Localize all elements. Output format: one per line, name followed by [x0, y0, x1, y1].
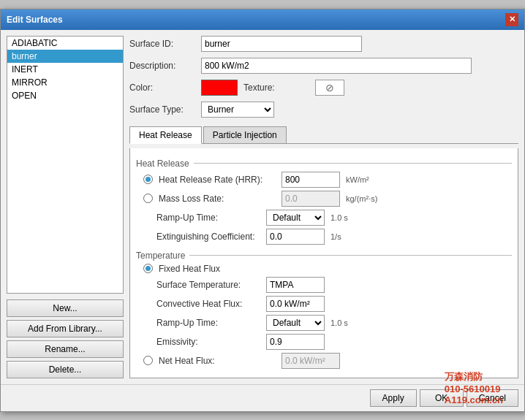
list-item[interactable]: OPEN — [7, 89, 123, 102]
ok-button[interactable]: OK — [420, 389, 464, 407]
hrr-radio[interactable] — [143, 175, 153, 184]
hrr-label: Heat Release Rate (HRR): — [159, 175, 276, 185]
heat-release-section-header: Heat Release — [136, 159, 512, 169]
ramp-up-time: 1.0 s — [331, 213, 348, 222]
color-picker[interactable] — [201, 80, 238, 96]
temp-ramp-up-time: 1.0 s — [331, 318, 348, 327]
ramp-up-row: Ramp-Up Time: Default 1.0 s — [136, 210, 512, 226]
ext-coeff-label: Extinguishing Coefficient: — [143, 232, 260, 242]
texture-label: Texture: — [243, 83, 309, 93]
list-item[interactable]: ADIABATIC — [7, 37, 123, 50]
section-divider — [194, 163, 512, 164]
net-heat-flux-radio[interactable] — [143, 356, 153, 365]
apply-button[interactable]: Apply — [370, 389, 417, 407]
dialog-body: ADIABATIC burner INERT MIRROR OPEN New..… — [1, 30, 524, 384]
net-heat-flux-input[interactable] — [282, 353, 340, 369]
temp-section-divider — [189, 255, 512, 256]
surface-temp-row: Surface Temperature: — [136, 277, 512, 293]
add-from-library-button[interactable]: Add From Library... — [7, 320, 124, 337]
mlr-unit: kg/(m²·s) — [346, 194, 377, 203]
dialog-title: Edit Surfaces — [7, 15, 63, 25]
tab-heat-release[interactable]: Heat Release — [129, 126, 202, 144]
hrr-unit: kW/m² — [346, 175, 369, 184]
description-label: Description: — [129, 61, 195, 71]
hrr-input[interactable] — [282, 172, 340, 188]
close-button[interactable]: ✕ — [505, 13, 518, 26]
ext-coeff-input[interactable] — [266, 229, 325, 245]
mlr-radio[interactable] — [143, 194, 153, 203]
temp-ramp-up-select[interactable]: Default — [266, 315, 325, 331]
fixed-heat-flux-label: Fixed Heat Flux — [159, 264, 276, 274]
edit-surfaces-dialog: Edit Surfaces ✕ ADIABATIC burner INERT M… — [0, 9, 525, 412]
surfaces-list[interactable]: ADIABATIC burner INERT MIRROR OPEN — [7, 36, 124, 294]
heat-release-section-title: Heat Release — [136, 159, 194, 169]
description-input[interactable] — [201, 58, 472, 74]
hrr-row: Heat Release Rate (HRR): kW/m² — [136, 172, 512, 188]
list-item[interactable]: INERT — [7, 63, 123, 76]
description-row: Description: — [129, 58, 518, 74]
surface-type-label: Surface Type: — [129, 104, 195, 115]
net-heat-flux-label: Net Heat Flux: — [159, 356, 276, 366]
tab-content: Heat Release Heat Release Rate (HRR): kW… — [129, 148, 518, 378]
ext-coeff-unit: 1/s — [331, 232, 341, 241]
net-heat-flux-row: Net Heat Flux: — [136, 353, 512, 369]
title-bar: Edit Surfaces ✕ — [1, 9, 524, 30]
temp-ramp-up-row: Ramp-Up Time: Default 1.0 s — [136, 315, 512, 331]
rename-button[interactable]: Rename... — [7, 340, 124, 358]
mlr-input[interactable] — [282, 191, 340, 207]
ramp-up-select[interactable]: Default — [266, 210, 325, 226]
temp-ramp-up-label: Ramp-Up Time: — [143, 318, 260, 328]
right-panel: Surface ID: Description: Color: Texture:… — [129, 36, 518, 378]
surface-temp-label: Surface Temperature: — [143, 280, 260, 290]
tab-particle-injection[interactable]: Particle Injection — [203, 126, 287, 143]
surface-type-row: Surface Type: Burner ADIABATIC INERT MIR… — [129, 102, 518, 118]
dialog-footer: Apply OK Cancel — [1, 384, 524, 411]
conv-heat-flux-row: Convective Heat Flux: — [136, 296, 512, 312]
conv-heat-flux-label: Convective Heat Flux: — [143, 299, 260, 309]
delete-button[interactable]: Delete... — [7, 361, 124, 378]
surface-type-select[interactable]: Burner ADIABATIC INERT MIRROR OPEN — [201, 102, 274, 118]
fixed-heat-flux-row: Fixed Heat Flux — [136, 264, 512, 274]
list-item[interactable]: MIRROR — [7, 76, 123, 89]
temperature-section-title: Temperature — [136, 251, 189, 261]
left-panel: ADIABATIC burner INERT MIRROR OPEN New..… — [7, 36, 124, 378]
temperature-section-header: Temperature — [136, 251, 512, 261]
ext-coeff-row: Extinguishing Coefficient: 1/s — [136, 229, 512, 245]
emissivity-label: Emissivity: — [143, 337, 260, 347]
emissivity-input[interactable] — [266, 334, 325, 350]
surface-id-input[interactable] — [201, 36, 362, 52]
color-row: Color: Texture: ⊘ — [129, 80, 518, 96]
emissivity-row: Emissivity: — [136, 334, 512, 350]
ramp-up-label: Ramp-Up Time: — [143, 213, 260, 223]
new-button[interactable]: New... — [7, 299, 124, 317]
left-buttons: New... Add From Library... Rename... Del… — [7, 299, 124, 378]
surface-id-label: Surface ID: — [129, 39, 195, 49]
surface-temp-input[interactable] — [266, 277, 325, 293]
texture-button[interactable]: ⊘ — [315, 80, 344, 96]
list-item[interactable]: burner — [7, 50, 123, 63]
cancel-button[interactable]: Cancel — [467, 389, 518, 407]
color-label: Color: — [129, 83, 195, 93]
tab-bar: Heat Release Particle Injection — [129, 126, 518, 144]
mlr-row: Mass Loss Rate: kg/(m²·s) — [136, 191, 512, 207]
surface-id-row: Surface ID: — [129, 36, 518, 52]
fixed-heat-flux-radio[interactable] — [143, 264, 153, 273]
mlr-label: Mass Loss Rate: — [159, 194, 276, 204]
conv-heat-flux-input[interactable] — [266, 296, 325, 312]
